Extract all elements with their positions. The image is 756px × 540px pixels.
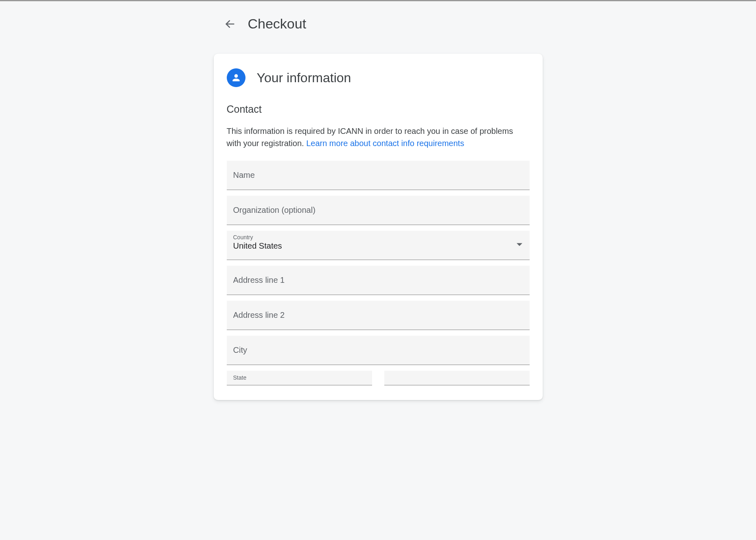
svg-marker-1: [517, 243, 522, 246]
dropdown-arrow-icon: [517, 242, 522, 249]
learn-more-link[interactable]: Learn more about contact info requiremen…: [306, 139, 464, 148]
organization-field[interactable]: [227, 196, 530, 225]
state-label: State: [233, 374, 247, 381]
country-label: Country: [233, 234, 523, 240]
page-header: Checkout: [214, 1, 543, 54]
info-text: This information is required by ICANN in…: [227, 125, 530, 149]
contact-subsection-title: Contact: [227, 103, 530, 115]
city-field[interactable]: [227, 336, 530, 365]
page-title: Checkout: [248, 16, 307, 32]
person-icon: [227, 68, 245, 87]
back-button[interactable]: [224, 17, 237, 31]
section-header: Your information: [227, 68, 530, 87]
section-title: Your information: [257, 70, 351, 85]
address-line-1-input[interactable]: [233, 275, 523, 285]
country-value: United States: [233, 241, 282, 250]
city-input[interactable]: [233, 345, 523, 355]
state-zip-row: State: [227, 371, 530, 385]
zip-field[interactable]: [384, 371, 530, 385]
address-line-1-field[interactable]: [227, 266, 530, 295]
country-select[interactable]: Country United States: [227, 231, 530, 260]
state-select[interactable]: State: [227, 371, 372, 385]
organization-input[interactable]: [233, 206, 523, 215]
name-input[interactable]: [233, 171, 523, 180]
checkout-card: Your information Contact This informatio…: [214, 54, 543, 400]
address-line-2-input[interactable]: [233, 310, 523, 320]
name-field[interactable]: [227, 161, 530, 190]
arrow-left-icon: [224, 18, 236, 30]
address-line-2-field[interactable]: [227, 301, 530, 330]
